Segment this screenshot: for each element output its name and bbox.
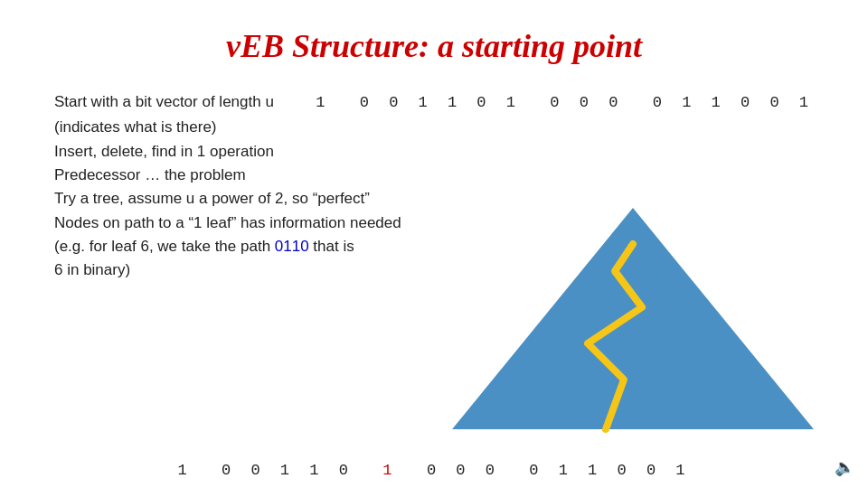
- slide-title: vEB Structure: a starting point: [54, 27, 814, 65]
- line5-text: Try a tree, assume u a power of 2, so “p…: [54, 190, 370, 207]
- bit-sequence-top: 1 0 0 1 1 0 1 0 0 0 0 1 1 0 0 1: [316, 94, 814, 111]
- line7-text: (e.g. for leaf 6, we take the path 0110 …: [54, 238, 354, 255]
- line8-text: 6 in binary): [54, 261, 130, 278]
- graphic-area: [443, 199, 823, 443]
- line4-text: Predecessor … the problem: [54, 166, 246, 183]
- line1-text: Start with a bit vector of length u: [54, 90, 274, 114]
- speaker-icon: 🔈: [835, 457, 854, 477]
- triangle-svg: [443, 199, 823, 443]
- slide: vEB Structure: a starting point Start wi…: [0, 0, 868, 488]
- line3-text: Insert, delete, find in 1 operation: [54, 143, 274, 160]
- line4-row: Predecessor … the problem: [54, 164, 814, 187]
- bottom-sequence: 1 0 0 1 1 0 1 0 0 0 0 1 1 0 0 1: [177, 462, 690, 479]
- bottom-prefix: 1 0 0 1 1 0: [177, 462, 382, 479]
- line1-row: Start with a bit vector of length u 1 0 …: [54, 90, 814, 114]
- highlight-0110: 0110: [275, 238, 309, 255]
- bottom-suffix: 0 0 0 0 1 1 0 0 1: [397, 462, 690, 479]
- bottom-highlight: 1: [382, 462, 397, 479]
- line2-text: (indicates what is there): [54, 118, 217, 136]
- line6-text: Nodes on path to a “1 leaf” has informat…: [54, 214, 401, 231]
- line2-row: (indicates what is there): [54, 116, 814, 139]
- line3-row: Insert, delete, find in 1 operation: [54, 140, 814, 164]
